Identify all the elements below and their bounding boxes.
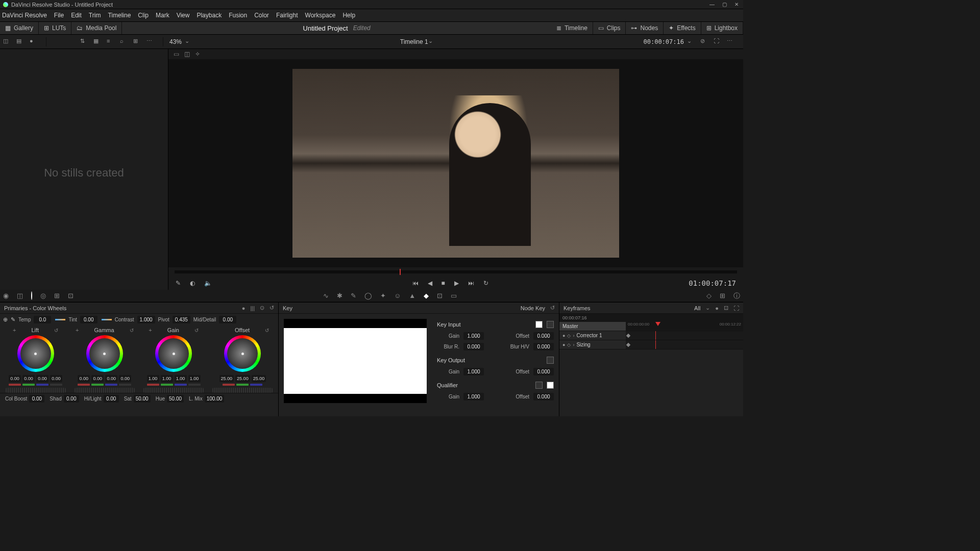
reset-icon[interactable]: ↺ xyxy=(270,305,274,311)
playhead-icon[interactable] xyxy=(400,269,401,275)
key-matte-view[interactable] xyxy=(284,328,427,394)
picker-icon[interactable]: ✎ xyxy=(176,280,181,287)
qualifier-invert-icon[interactable] xyxy=(547,382,554,389)
kf-track-sizing[interactable]: ● ◇ › Sizing xyxy=(559,340,626,349)
out-offset-value[interactable]: 0.000 xyxy=(533,368,554,375)
menu-mark[interactable]: Mark xyxy=(156,12,169,19)
keyframe-marker[interactable] xyxy=(626,343,630,347)
menu-trim[interactable]: Trim xyxy=(89,12,101,19)
kf-lock-icon[interactable]: ● xyxy=(562,333,565,338)
timeline-name[interactable]: Timeline 1 xyxy=(400,38,428,45)
kf-zoom-icon[interactable]: ⊡ xyxy=(724,305,728,311)
lift-wheel[interactable] xyxy=(17,335,54,372)
thumbnail-icon[interactable]: ▦ xyxy=(93,38,102,46)
temp-value[interactable]: 0.0 xyxy=(34,316,51,323)
window-icon[interactable]: ◯ xyxy=(364,292,372,299)
lift-adj-icon[interactable]: + xyxy=(13,327,16,333)
close-button[interactable]: ✕ xyxy=(733,1,740,8)
menu-edit[interactable]: Edit xyxy=(71,12,82,19)
stop-button[interactable]: ■ xyxy=(442,280,445,287)
zoom-level[interactable]: 43% xyxy=(169,38,182,45)
pivot-value[interactable]: 0.435 xyxy=(173,316,190,323)
timeline-toggle[interactable]: ≣ Timeline xyxy=(551,22,593,34)
menu-help[interactable]: Help xyxy=(342,12,355,19)
auto-balance-icon[interactable]: ⊕ xyxy=(3,316,8,323)
search-icon[interactable]: ⌕ xyxy=(120,38,128,46)
contrast-value[interactable]: 1.000 xyxy=(137,316,155,323)
lift-r[interactable]: 0.00 xyxy=(22,375,35,382)
lift-y[interactable]: 0.00 xyxy=(9,375,21,382)
key-reset-icon[interactable]: ↺ xyxy=(550,305,555,311)
viewer-image[interactable] xyxy=(168,59,743,267)
lmix-value[interactable]: 100.00 xyxy=(205,395,225,403)
kf-playhead-icon[interactable] xyxy=(655,322,660,326)
tracker-icon[interactable]: ✦ xyxy=(380,292,386,299)
grid-icon[interactable]: ⊞ xyxy=(133,38,141,46)
clips-toggle[interactable]: ▭ Clips xyxy=(593,22,626,34)
keyframe-icon[interactable]: ◇ xyxy=(706,292,712,299)
kf-track-corrector[interactable]: ● ◇ › Corrector 1 xyxy=(559,331,626,340)
q-offset-value[interactable]: 0.000 xyxy=(533,393,554,400)
tint-slider[interactable] xyxy=(102,319,112,320)
q-gain-value[interactable]: 1.000 xyxy=(463,393,484,400)
lightbox-toggle[interactable]: ⊞ Lightbox xyxy=(701,22,743,34)
temp-slider[interactable] xyxy=(55,319,65,320)
wheel-page-2-icon[interactable]: ||| xyxy=(250,305,255,311)
picker-white-icon[interactable]: ✎ xyxy=(11,316,15,323)
menu-timeline[interactable]: Timeline xyxy=(108,12,131,19)
timeline-chevron-icon[interactable]: ⌄ xyxy=(428,38,436,46)
lift-g[interactable]: 0.00 xyxy=(36,375,48,382)
gallery-toggle[interactable]: ▦ Gallery xyxy=(0,22,39,34)
key-input-matte-icon[interactable] xyxy=(535,321,543,328)
menu-app[interactable]: DaVinci Resolve xyxy=(2,12,47,19)
offset-r[interactable]: 25.00 xyxy=(219,375,234,382)
chevron-down-icon[interactable]: ⌄ xyxy=(185,38,193,46)
kf-lane-sizing[interactable] xyxy=(626,340,743,349)
motion-effects-icon[interactable]: ⊡ xyxy=(68,292,74,299)
gamma-reset-icon[interactable]: ↺ xyxy=(130,328,134,333)
kf-expand-icon[interactable]: › xyxy=(573,342,574,347)
scopes-icon[interactable]: ⊞ xyxy=(720,292,725,299)
kf-diamond-icon[interactable]: ◇ xyxy=(567,342,571,347)
gain-y[interactable]: 1.00 xyxy=(147,375,159,382)
kf-expand-icon[interactable]: › xyxy=(573,333,574,338)
lift-jog[interactable] xyxy=(6,388,66,393)
kebab-icon[interactable]: ⋯ xyxy=(146,38,155,46)
key-icon[interactable]: ◆ xyxy=(424,292,429,299)
hl-value[interactable]: 0.00 xyxy=(104,395,119,403)
md-value[interactable]: 0.00 xyxy=(219,316,236,323)
menu-clip[interactable]: Clip xyxy=(138,12,149,19)
blur-r-value[interactable]: 0.000 xyxy=(463,343,484,350)
menu-playback[interactable]: Playback xyxy=(197,12,222,19)
mediapool-toggle[interactable]: 🗂 Media Pool xyxy=(71,22,122,34)
effects-toggle[interactable]: ✦ Effects xyxy=(664,22,701,34)
bypass-icon[interactable]: ⊘ xyxy=(700,38,708,46)
tint-value[interactable]: 0.00 xyxy=(80,316,97,323)
minimize-button[interactable]: — xyxy=(708,1,716,8)
key-input-invert-icon[interactable] xyxy=(547,321,554,328)
info-icon[interactable]: ⓘ xyxy=(733,291,740,300)
dot-icon[interactable]: ● xyxy=(30,38,38,46)
blur-icon[interactable]: ▲ xyxy=(409,292,415,299)
menu-fairlight[interactable]: Fairlight xyxy=(276,12,298,19)
gain-adj-icon[interactable]: + xyxy=(149,327,152,333)
gain-r[interactable]: 1.00 xyxy=(161,375,173,382)
gain-g[interactable]: 1.00 xyxy=(175,375,187,382)
kf-lane-corrector[interactable] xyxy=(626,331,743,340)
gamma-r[interactable]: 0.00 xyxy=(91,375,104,382)
wheel-page-3-icon[interactable]: ⊙ xyxy=(260,305,264,311)
step-back-button[interactable]: ◀ xyxy=(428,280,432,287)
viewer-scrubber[interactable] xyxy=(175,270,737,273)
3d-icon[interactable]: ▭ xyxy=(451,292,457,299)
hue-value[interactable]: 50.00 xyxy=(167,395,184,403)
offset-b[interactable]: 25.00 xyxy=(252,375,266,382)
gamma-jog[interactable] xyxy=(75,388,135,393)
gain-wheel[interactable] xyxy=(155,335,192,372)
offset-g[interactable]: 25.00 xyxy=(235,375,250,382)
kf-dot-icon[interactable]: ● xyxy=(715,305,719,311)
kf-lock-icon[interactable]: ● xyxy=(562,342,565,347)
sidebar-icon[interactable]: ◫ xyxy=(3,38,11,46)
gain-reset-icon[interactable]: ↺ xyxy=(194,328,199,333)
sat-value[interactable]: 50.00 xyxy=(134,395,151,403)
gain-jog[interactable] xyxy=(143,388,204,393)
